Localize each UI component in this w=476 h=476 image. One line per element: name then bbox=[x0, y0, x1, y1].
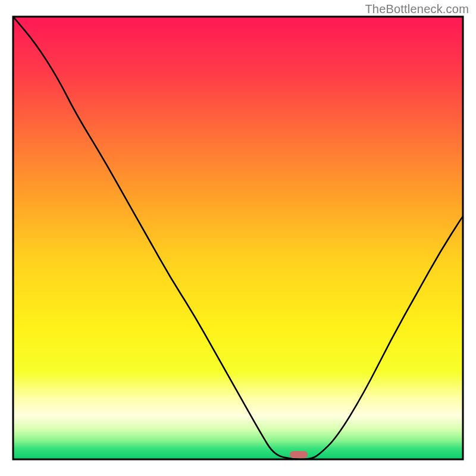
optimum-marker bbox=[290, 451, 308, 458]
watermark-text: TheBottleneck.com bbox=[365, 2, 469, 16]
gradient-background bbox=[13, 17, 463, 461]
chart-svg bbox=[0, 0, 476, 476]
chart-container: TheBottleneck.com bbox=[0, 0, 476, 476]
